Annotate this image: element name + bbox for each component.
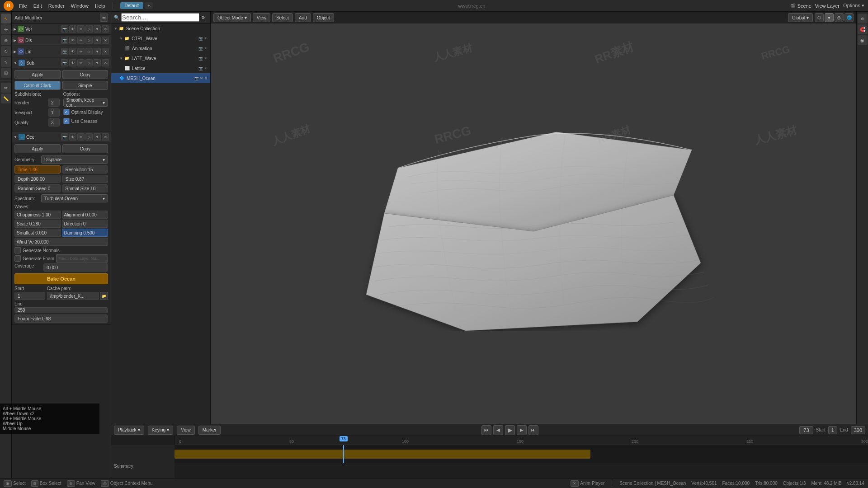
close-btn[interactable]: ✕ [102,48,109,55]
view-layer-selector[interactable]: View Layer [815,3,840,9]
realtime-btn[interactable]: ▷ [85,59,93,66]
tree-lattice[interactable]: ⬜ Lattice 📷 👁 [111,63,210,73]
options-button[interactable]: Options ▾ [843,3,864,9]
object-mode-dropdown[interactable]: Object Mode ▾ [213,13,251,22]
render-value[interactable]: 2 [48,99,60,107]
playback-menu[interactable]: Playback ▾ [114,426,144,435]
modifier-ver-header[interactable]: ▶ ⬡ Ver 📷 👁 ✏ ▷ ▼ ✕ [12,23,111,34]
vis-toggle[interactable]: 👁 [204,56,208,61]
marker-menu[interactable]: Marker [198,426,221,435]
measure-tool[interactable]: 📏 [1,94,11,103]
vis-render-btn[interactable]: 📷 [61,25,68,33]
foam-fade-field[interactable]: Foam Fade 0.98 [14,314,108,323]
modifier-sub-header[interactable]: ▼ ⬡ Sub 📷 👁 ✏ ▷ ▼ ✕ [12,57,111,68]
tree-latt-wave[interactable]: ▼ 📁 LATT_Wave 📷 👁 [111,53,210,63]
box-select-status[interactable]: B Box Select [31,480,61,487]
spatial-size-field[interactable]: Spatial Size 10 [62,184,108,192]
render-toggle[interactable]: 📷 [198,37,203,41]
render-toggle[interactable]: 📷 [198,47,203,51]
select-status[interactable]: ◉ Select [4,480,26,487]
realtime-btn[interactable]: ▷ [85,48,93,55]
rotate-tool[interactable]: ↻ [1,46,11,56]
bake-ocean-button[interactable]: Bake Ocean [14,273,108,284]
vis-edit-btn[interactable]: ✏ [77,48,85,55]
end-value[interactable]: 250 [14,307,108,313]
wind-velocity-field[interactable]: Wind Ve 30.000 [14,238,108,246]
smooth-dropdown[interactable]: Smooth, keep cor... ▾ [63,99,108,107]
size-field[interactable]: Size 0.87 [62,175,108,183]
select-tool[interactable]: ↖ [1,14,11,23]
oce-copy-button[interactable]: Copy [62,144,108,153]
gizmo-icon[interactable]: ⊕ [858,14,868,23]
smallest-field[interactable]: Smallest 0.010 [14,229,61,237]
tree-scene-collection[interactable]: ▼ 📁 Scene Collection [111,23,210,33]
menu-edit[interactable]: Edit [33,3,42,9]
tree-ctrl-wave[interactable]: ▼ 📁 CTRL_Wave 📷 👁 [111,33,210,43]
rendered-btn[interactable]: 🌐 [844,13,854,22]
vis-toggle[interactable]: 👁 [200,76,203,80]
down-btn[interactable]: ▼ [94,48,101,55]
snap-icon[interactable]: 🧲 [858,24,868,34]
last-frame-btn[interactable]: ⏭ [528,425,538,435]
wireframe-btn[interactable]: ⬡ [815,13,824,22]
vis-viewport-btn[interactable]: 👁 [69,48,76,55]
vis-toggle[interactable]: 👁 [204,47,208,51]
sub-apply-button[interactable]: Apply [14,70,61,79]
workspace-add[interactable]: + [145,2,153,9]
browse-folder-icon[interactable]: 📁 [100,292,108,300]
first-frame-btn[interactable]: ⏮ [481,425,491,435]
resolution-value[interactable]: Resolution 15 [62,165,108,174]
scale-tool[interactable]: ⤡ [1,57,11,67]
vis-viewport-btn[interactable]: 👁 [69,25,76,33]
timeline-ruler-area[interactable]: 0 50 100 150 200 250 300 [175,436,868,478]
alignment-field[interactable]: Alignment 0.000 [62,211,108,219]
pan-view-status[interactable]: ⊕ Pan View [67,480,95,487]
view-menu[interactable]: View [253,13,271,22]
modifier-dis-header[interactable]: ▶ ⬡ Dis 📷 👁 ✏ ▷ ▼ ✕ [12,35,111,46]
panel-menu-icon[interactable]: ☰ [100,14,108,22]
use-creases-checkbox[interactable]: ✓ [63,118,70,124]
start-value[interactable]: 1 [14,292,45,300]
annotate-tool[interactable]: ✏ [1,83,11,93]
oce-apply-button[interactable]: Apply [14,144,61,153]
add-menu[interactable]: Add [295,13,311,22]
vis-viewport-btn[interactable]: 👁 [69,37,76,44]
close-btn[interactable]: ✕ [102,59,109,66]
render-toggle[interactable]: 📷 [198,56,203,61]
filter-options[interactable]: ⚙ [201,15,205,20]
vis-toggle[interactable]: 👁 [204,37,208,41]
geometry-dropdown[interactable]: Displace ▾ [41,155,108,164]
transform-tool[interactable]: ⊞ [1,68,11,78]
vis-viewport-btn[interactable]: 👁 [69,133,76,141]
menu-render[interactable]: Render [48,3,65,9]
generate-foam-checkbox[interactable] [14,255,21,262]
viewport-3d[interactable]: Object Mode ▾ View Select Add Object Glo… [211,12,856,424]
material-btn[interactable]: ◎ [835,13,844,22]
vis-render-btn[interactable]: 📷 [61,59,68,66]
catmull-clark-tab[interactable]: Catmull-Clark [14,81,61,90]
time-value[interactable]: Time 1.46 [14,165,61,174]
down-btn[interactable]: ▼ [94,59,101,66]
play-btn[interactable]: ▶ [505,425,515,435]
vis-render-btn[interactable]: 📷 [61,37,68,44]
menu-help[interactable]: Help [95,3,105,9]
render-toggle[interactable]: 📷 [194,76,199,80]
cursor-tool[interactable]: ✛ [1,24,11,34]
context-menu-status[interactable]: ◎ Object Context Menu [101,480,153,487]
modifier-oce-header[interactable]: ▼ ~ Oce 📷 👁 ✏ ▷ ▼ ✕ [12,131,111,142]
menu-window[interactable]: Window [71,3,89,9]
close-btn[interactable]: ✕ [102,133,109,141]
move-tool[interactable]: ⊕ [1,35,11,45]
depth-field[interactable]: Depth 200.00 [14,175,61,183]
end-frame-input[interactable]: 300 [851,426,865,434]
realtime-btn[interactable]: ▷ [85,37,93,44]
modifier-lat-header[interactable]: ▶ ⬡ Lat 📷 👁 ✏ ▷ ▼ ✕ [12,46,111,57]
optimal-display-checkbox[interactable]: ✓ [63,109,70,115]
prev-frame-btn[interactable]: ◀ [493,425,503,435]
next-frame-btn[interactable]: ▶ [517,425,527,435]
close-btn[interactable]: ✕ [102,37,109,44]
vis-edit-btn[interactable]: ✏ [77,25,85,33]
vis-edit-btn[interactable]: ✏ [77,59,85,66]
tree-mesh-ocean[interactable]: 🔷 MESH_Ocean 📷 👁 ⊕ [111,73,210,83]
direction-field[interactable]: Direction 0 [62,220,108,228]
